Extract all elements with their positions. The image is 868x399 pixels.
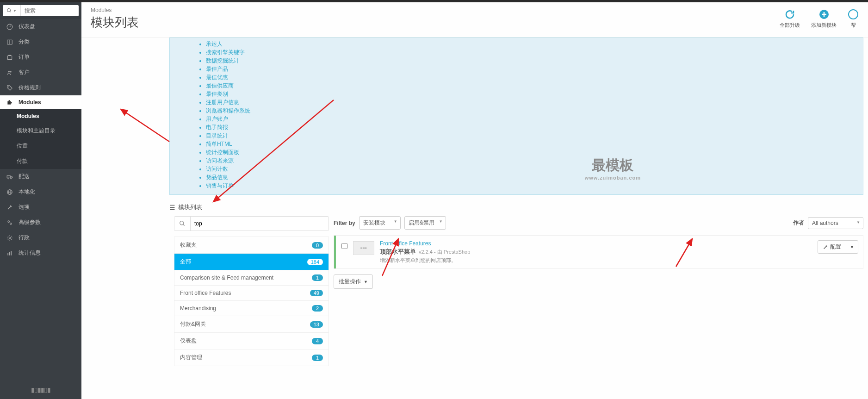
- stats-link[interactable]: 访问计数: [206, 165, 863, 173]
- svg-point-14: [11, 178, 12, 179]
- category-list: 收藏夹0全部184Comparison site & Feed manageme…: [174, 237, 329, 366]
- category-count-badge: 1: [312, 274, 323, 281]
- bars-icon: [6, 250, 13, 256]
- configure-dropdown-caret[interactable]: ▼: [846, 243, 858, 252]
- configure-button[interactable]: 配置 ▼: [818, 240, 858, 254]
- sidebar-item-shipping[interactable]: 配送: [0, 169, 81, 184]
- filter-by-label: Filter by: [334, 220, 355, 226]
- stats-link[interactable]: 最佳产品: [206, 65, 863, 73]
- sidebar-sub-catalog[interactable]: 模块和主题目录: [0, 123, 81, 138]
- category-item[interactable]: 全部184: [174, 254, 329, 270]
- sidebar-item-advparams[interactable]: 高级参数: [0, 215, 81, 230]
- module-category-link[interactable]: Front office Features: [380, 240, 812, 247]
- category-label: Merchandising: [180, 305, 216, 312]
- stats-links-panel: 承运人搜索引擎关键字数据挖掘统计最佳产品最佳优惠最佳供应商最佳类别注册用户信息浏…: [169, 37, 863, 195]
- sidebar-item-pricerules[interactable]: 价格规则: [0, 80, 81, 95]
- sidebar-submenu: Modules 模块和主题目录 位置 付款: [0, 109, 81, 169]
- sidebar-item-orders[interactable]: 订单: [0, 50, 81, 65]
- svg-point-18: [8, 220, 10, 222]
- svg-rect-9: [7, 101, 11, 105]
- sidebar-item-customers[interactable]: 客户: [0, 65, 81, 80]
- sidebar-item-label: 本地化: [19, 188, 35, 196]
- svg-point-27: [849, 10, 858, 19]
- category-item[interactable]: 收藏夹0: [174, 237, 329, 254]
- sidebar-item-label: Modules: [19, 99, 41, 106]
- category-label: 仪表盘: [180, 337, 197, 345]
- sidebar-item-dashboard[interactable]: 仪表盘: [0, 19, 81, 34]
- module-row: ≡≡≡ Front office Features 顶部水平菜单 v2.2.4 …: [334, 235, 863, 269]
- module-status-bar: [334, 236, 336, 268]
- help-button[interactable]: 帮: [848, 9, 859, 29]
- svg-rect-5: [7, 56, 12, 59]
- add-module-button[interactable]: 添加新模块: [811, 9, 837, 29]
- wrench-icon: [6, 204, 13, 211]
- sidebar-item-catalog[interactable]: 分类: [0, 34, 81, 50]
- sidebar-sub-modules[interactable]: Modules: [0, 109, 81, 123]
- svg-line-1: [10, 12, 12, 13]
- sidebar-item-stats[interactable]: 统计信息: [0, 245, 81, 261]
- stats-link[interactable]: 承运人: [206, 40, 863, 48]
- svg-point-0: [7, 9, 11, 12]
- sidebar-item-label: 配送: [19, 173, 30, 181]
- stats-link[interactable]: 访问者来源: [206, 156, 863, 165]
- caret-down-icon: ▼: [364, 280, 368, 284]
- help-icon: [848, 9, 859, 20]
- author-filter-dropdown[interactable]: All authors: [808, 217, 863, 229]
- sidebar-item-label: 高级参数: [19, 218, 41, 226]
- sidebar-item-label: 价格规则: [19, 84, 41, 92]
- stats-link[interactable]: 最佳类别: [206, 90, 863, 98]
- module-search-button[interactable]: [174, 217, 191, 231]
- bulk-action-button[interactable]: 批量操作 ▼: [334, 274, 373, 289]
- category-label: 付款&网关: [180, 320, 206, 328]
- stats-link[interactable]: 简单HTML: [206, 140, 863, 148]
- sidebar-item-modules[interactable]: Modules: [0, 95, 81, 109]
- barcode-icon[interactable]: ▮▯▮▮▯▮: [31, 386, 50, 393]
- caret-down-icon: ▼: [13, 9, 17, 13]
- sidebar-sub-positions[interactable]: 位置: [0, 138, 81, 154]
- stats-link[interactable]: 统计控制面板: [206, 148, 863, 156]
- stats-link[interactable]: 电子简报: [206, 123, 863, 131]
- stats-link[interactable]: 数据挖掘统计: [206, 56, 863, 65]
- stats-link[interactable]: 销售与订单: [206, 181, 863, 190]
- category-item[interactable]: 内容管理1: [174, 349, 329, 366]
- module-name: 顶部水平菜单: [380, 248, 416, 256]
- stats-link[interactable]: 用户账户: [206, 115, 863, 123]
- enabled-filter-dropdown[interactable]: 启用&禁用: [404, 216, 446, 230]
- stats-link[interactable]: 浏览器和操作系统: [206, 106, 863, 115]
- sidebar-item-label: 行政: [19, 234, 30, 242]
- stats-link[interactable]: 最佳供应商: [206, 81, 863, 90]
- module-search-input[interactable]: [191, 217, 329, 231]
- category-item[interactable]: 仪表盘4: [174, 333, 329, 349]
- module-thumbnail: ≡≡≡: [353, 241, 374, 255]
- category-label: 全部: [180, 258, 191, 266]
- dashboard-icon: [6, 24, 13, 30]
- modules-list-header: ☰ 模块列表: [169, 203, 863, 212]
- truck-icon: [6, 174, 13, 180]
- sidebar-search-input[interactable]: [21, 5, 79, 16]
- category-count-badge: 2: [312, 305, 323, 312]
- search-type-dropdown[interactable]: ▼: [3, 5, 21, 16]
- stats-link[interactable]: 最佳优惠: [206, 73, 863, 81]
- category-item[interactable]: 付款&网关13: [174, 316, 329, 333]
- sidebar-footer: ▮▯▮▮▯▮: [0, 380, 81, 399]
- upgrade-all-button[interactable]: 全部升级: [780, 9, 800, 29]
- svg-rect-21: [7, 253, 8, 256]
- sidebar-item-preferences[interactable]: 选项: [0, 200, 81, 215]
- module-search-box: [174, 216, 329, 231]
- category-item[interactable]: Comparison site & Feed management1: [174, 270, 329, 286]
- sidebar-sub-payment[interactable]: 付款: [0, 154, 81, 169]
- category-item[interactable]: Front office Features49: [174, 286, 329, 301]
- sidebar-item-localization[interactable]: 本地化: [0, 184, 81, 200]
- sidebar-item-label: 订单: [19, 53, 30, 61]
- stats-link[interactable]: 搜索引擎关键字: [206, 48, 863, 56]
- svg-rect-23: [11, 251, 12, 255]
- stats-link[interactable]: 目录统计: [206, 131, 863, 140]
- category-item[interactable]: Merchandising2: [174, 301, 329, 316]
- stats-link[interactable]: 注册用户信息: [206, 98, 863, 106]
- stats-link[interactable]: 货品信息: [206, 173, 863, 181]
- module-description: 增添新水平菜单到您的网店顶部。: [380, 257, 812, 264]
- module-checkbox[interactable]: [341, 243, 347, 249]
- sidebar-item-administration[interactable]: 行政: [0, 230, 81, 245]
- installed-filter-dropdown[interactable]: 安装模块: [359, 216, 401, 230]
- page-title: 模块列表: [91, 14, 139, 31]
